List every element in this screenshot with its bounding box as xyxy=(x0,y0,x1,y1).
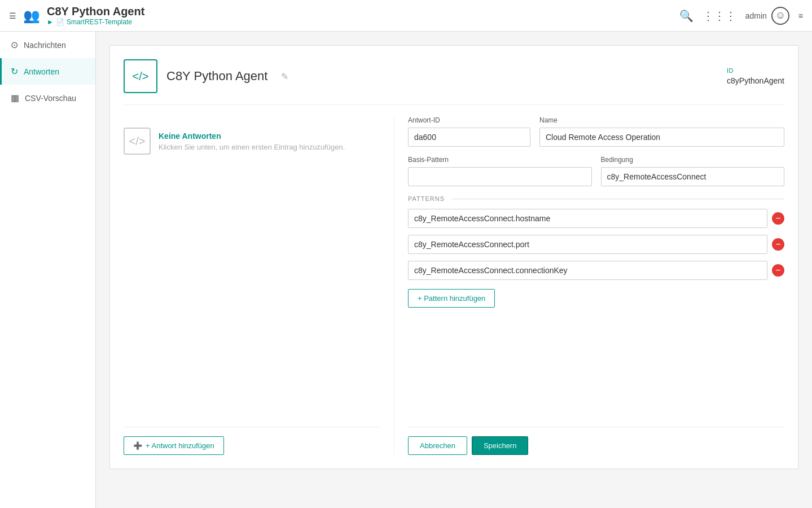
right-panel-footer: Abbrechen Speichern xyxy=(408,427,784,455)
antwort-id-group: Antwort-ID xyxy=(408,116,530,147)
app-title: C8Y Python Agent xyxy=(47,5,144,18)
breadcrumb: ► 📄 SmartREST-Template xyxy=(47,18,144,26)
sidebar-item-csv-vorschau[interactable]: ▦ CSV-Vorschau xyxy=(0,85,95,111)
bedingung-input[interactable] xyxy=(601,167,785,186)
remove-pattern-button-0[interactable]: − xyxy=(772,212,784,225)
right-panel: Antwort-ID Name Basis-Pattern xyxy=(394,116,784,455)
save-button[interactable]: Speichern xyxy=(472,436,529,455)
form-row-id-name: Antwort-ID Name xyxy=(408,116,784,147)
left-panel-footer: ➕ + Antwort hinzufügen xyxy=(124,427,380,455)
cancel-label: Abbrechen xyxy=(420,441,455,450)
user-area[interactable]: admin ☺ xyxy=(745,7,789,25)
edit-icon[interactable]: ✎ xyxy=(281,71,288,82)
basis-pattern-input[interactable] xyxy=(408,167,592,186)
top-navigation: ☰ 👥 C8Y Python Agent ► 📄 SmartREST-Templ… xyxy=(0,0,812,32)
empty-state: </> Keine Antworten Klicken Sie unten, u… xyxy=(124,116,380,166)
patterns-label: PATTERNS xyxy=(408,195,445,202)
empty-code-icon: </> xyxy=(129,135,146,148)
pattern-row-0: − xyxy=(408,209,784,228)
add-pattern-button[interactable]: + Pattern hinzufügen xyxy=(408,289,495,308)
basis-pattern-label: Basis-Pattern xyxy=(408,156,592,164)
form-row-pattern-bedingung: Basis-Pattern Bedingung xyxy=(408,156,784,186)
remove-pattern-button-1[interactable]: − xyxy=(772,238,784,251)
breadcrumb-chevron: ► xyxy=(47,18,54,26)
app-layout: ⊙ Nachrichten ↻ Antworten ▦ CSV-Vorschau… xyxy=(0,32,812,508)
device-icon-box: </> xyxy=(124,59,157,93)
pattern-input-0[interactable] xyxy=(408,209,767,228)
id-label: ID xyxy=(727,67,784,74)
breadcrumb-text[interactable]: SmartREST-Template xyxy=(67,18,132,26)
remove-icon-2: − xyxy=(775,266,780,275)
patterns-section: PATTERNS − − xyxy=(408,195,784,308)
sidebar-label-antworten: Antworten xyxy=(24,67,59,76)
save-label: Speichern xyxy=(484,441,517,450)
bedingung-label: Bedingung xyxy=(601,156,785,164)
nachrichten-icon: ⊙ xyxy=(11,40,18,50)
two-column-layout: </> Keine Antworten Klicken Sie unten, u… xyxy=(124,116,784,455)
remove-pattern-button-2[interactable]: − xyxy=(772,264,784,277)
page-card: </> C8Y Python Agent ✎ ID c8yPythonAgent xyxy=(109,45,798,469)
antwort-id-label: Antwort-ID xyxy=(408,116,530,124)
hamburger-icon[interactable]: ☰ xyxy=(9,11,16,20)
sidebar-label-nachrichten: Nachrichten xyxy=(24,41,66,50)
device-name: C8Y Python Agent xyxy=(166,69,267,84)
pattern-row-1: − xyxy=(408,235,784,254)
bedingung-group: Bedingung xyxy=(601,156,785,186)
sidebar-label-csv: CSV-Vorschau xyxy=(25,94,76,103)
device-icon: 👥 xyxy=(23,8,40,24)
id-value: c8yPythonAgent xyxy=(727,76,784,85)
topnav-left: ☰ 👥 C8Y Python Agent ► 📄 SmartREST-Templ… xyxy=(9,5,679,26)
grid-icon[interactable]: ⋮⋮⋮ xyxy=(703,9,736,23)
name-input[interactable] xyxy=(539,128,784,147)
left-panel-content: </> Keine Antworten Klicken Sie unten, u… xyxy=(124,116,380,166)
lines-icon[interactable]: ≡ xyxy=(798,11,803,20)
add-answer-plus-icon: ➕ xyxy=(133,441,142,450)
name-label: Name xyxy=(539,116,784,124)
add-answer-button[interactable]: ➕ + Antwort hinzufügen xyxy=(124,436,224,455)
remove-icon-0: − xyxy=(775,214,780,223)
cancel-button[interactable]: Abbrechen xyxy=(408,436,467,455)
sidebar-item-antworten[interactable]: ↻ Antworten xyxy=(0,58,95,85)
pattern-input-1[interactable] xyxy=(408,235,767,254)
search-icon[interactable]: 🔍 xyxy=(679,9,694,23)
antworten-icon: ↻ xyxy=(11,66,18,77)
empty-title: Keine Antworten xyxy=(159,132,345,141)
app-title-block: C8Y Python Agent ► 📄 SmartREST-Template xyxy=(47,5,144,26)
empty-text: Keine Antworten Klicken Sie unten, um ei… xyxy=(159,132,345,151)
device-header: </> C8Y Python Agent ✎ ID c8yPythonAgent xyxy=(124,59,784,105)
right-panel-content: Antwort-ID Name Basis-Pattern xyxy=(408,116,784,308)
pattern-input-2[interactable] xyxy=(408,261,767,280)
empty-subtitle: Klicken Sie unten, um einen ersten Eintr… xyxy=(159,143,345,151)
left-panel: </> Keine Antworten Klicken Sie unten, u… xyxy=(124,116,394,455)
pattern-row-2: − xyxy=(408,261,784,280)
csv-icon: ▦ xyxy=(11,93,19,103)
sidebar-item-nachrichten[interactable]: ⊙ Nachrichten xyxy=(0,32,95,58)
admin-label: admin xyxy=(745,11,767,20)
topnav-right: 🔍 ⋮⋮⋮ admin ☺ ≡ xyxy=(679,7,803,25)
name-group: Name xyxy=(539,116,784,147)
id-section: ID c8yPythonAgent xyxy=(727,67,784,85)
code-icon: </> xyxy=(133,70,149,83)
main-content: </> C8Y Python Agent ✎ ID c8yPythonAgent xyxy=(96,32,812,508)
breadcrumb-icon: 📄 xyxy=(56,18,64,26)
remove-icon-1: − xyxy=(775,240,780,249)
add-pattern-label: + Pattern hinzufügen xyxy=(418,294,485,303)
empty-icon: </> xyxy=(124,128,151,155)
patterns-header: PATTERNS xyxy=(408,195,784,202)
user-avatar: ☺ xyxy=(771,7,789,25)
basis-pattern-group: Basis-Pattern xyxy=(408,156,592,186)
antwort-id-input[interactable] xyxy=(408,128,530,147)
sidebar: ⊙ Nachrichten ↻ Antworten ▦ CSV-Vorschau xyxy=(0,32,96,508)
add-answer-label: + Antwort hinzufügen xyxy=(146,441,214,450)
